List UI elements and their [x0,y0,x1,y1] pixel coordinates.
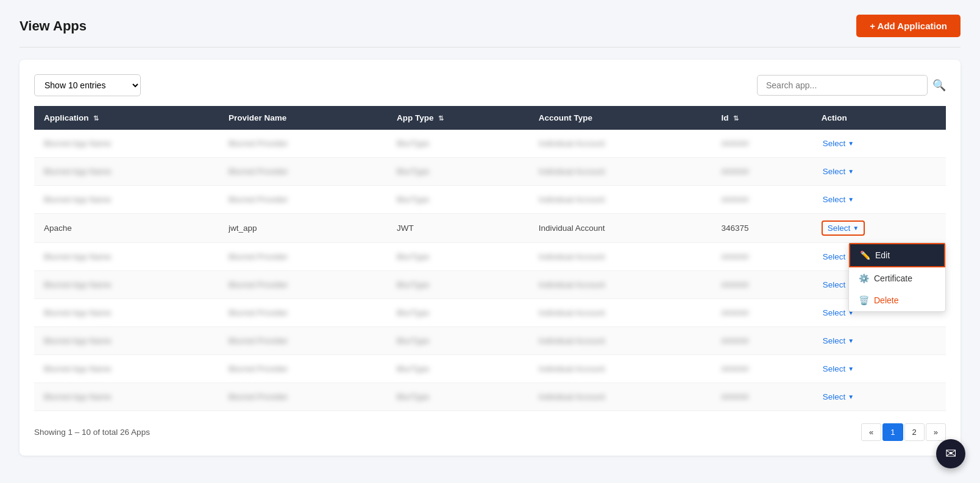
cell-id: ###### [712,355,812,383]
action-dropdown: ✏️ Edit ⚙️ Certificate 🗑️ Delete [848,242,946,312]
cell-id: ###### [712,130,812,158]
add-application-button[interactable]: + Add Application [856,15,960,37]
cell-provider: Blurred Provider [219,158,387,186]
table-row: Apache jwt_app JWT Individual Account 34… [34,214,946,243]
cell-app-type: JWT [387,214,529,243]
cell-application: Blurred App Name [34,299,219,327]
cell-account-type: Individual Account [529,186,712,214]
delete-icon: 🗑️ [859,295,869,305]
pagination-page-1[interactable]: 1 [882,423,903,441]
cell-provider: Blurred Provider [219,383,387,411]
cell-app-type: BlurType [387,383,529,411]
cell-provider: Blurred Provider [219,186,387,214]
cell-application: Blurred App Name [34,383,219,411]
certificate-icon: ⚙️ [859,273,869,283]
pagination: « 1 2 » [861,423,946,441]
select-button-2[interactable]: Select ▼ [822,192,855,206]
table-row: Blurred App Name Blurred Provider BlurTy… [34,355,946,383]
table-row: Blurred App Name Blurred Provider BlurTy… [34,243,946,271]
search-input[interactable] [757,75,928,96]
select-button-3[interactable]: Select ▼ [822,220,865,236]
chat-icon: ✉ [945,446,956,462]
table-row: Blurred App Name Blurred Provider BlurTy… [34,158,946,186]
cell-id: ###### [712,327,812,355]
col-id[interactable]: Id ⇅ [712,106,812,130]
select-button-8[interactable]: Select ▼ [822,362,855,376]
cell-application: Blurred App Name [34,243,219,271]
cell-account-type: Individual Account [529,299,712,327]
showing-text: Showing 1 – 10 of total 26 Apps [34,428,150,437]
certificate-menu-item[interactable]: ⚙️ Certificate [849,267,945,289]
cell-account-type: Individual Account [529,271,712,299]
cell-action: Select ▼ ✏️ Edit ⚙️ Certificate 🗑️ Delet… [812,214,946,243]
cell-application: Blurred App Name [34,130,219,158]
cell-app-type: BlurType [387,299,529,327]
cell-provider: Blurred Provider [219,243,387,271]
table-controls: Show 10 entries Show 25 entries Show 50 … [34,74,946,96]
cell-id: ###### [712,158,812,186]
cell-account-type: Individual Account [529,383,712,411]
cell-id: ###### [712,383,812,411]
cell-provider: Blurred Provider [219,271,387,299]
cell-id: 346375 [712,214,812,243]
table-row: Blurred App Name Blurred Provider BlurTy… [34,271,946,299]
cell-account-type: Individual Account [529,214,712,243]
col-action: Action [812,106,946,130]
cell-provider: jwt_app [219,214,387,243]
page-title: View Apps [20,18,87,34]
pagination-prev[interactable]: « [861,423,881,441]
apps-card: Show 10 entries Show 25 entries Show 50 … [20,60,960,456]
cell-account-type: Individual Account [529,355,712,383]
cell-app-type: BlurType [387,186,529,214]
cell-id: ###### [712,243,812,271]
apps-table: Application ⇅ Provider Name App Type ⇅ A… [34,106,946,411]
cell-application: Apache [34,214,219,243]
table-footer: Showing 1 – 10 of total 26 Apps « 1 2 » [34,423,946,441]
cell-application: Blurred App Name [34,271,219,299]
select-button-0[interactable]: Select ▼ [822,136,855,150]
cell-account-type: Individual Account [529,243,712,271]
show-entries-select[interactable]: Show 10 entries Show 25 entries Show 50 … [34,74,141,96]
select-button-9[interactable]: Select ▼ [822,390,855,404]
search-icon[interactable]: 🔍 [932,79,946,92]
cell-app-type: BlurType [387,158,529,186]
table-header-row: Application ⇅ Provider Name App Type ⇅ A… [34,106,946,130]
table-row: Blurred App Name Blurred Provider BlurTy… [34,186,946,214]
cell-application: Blurred App Name [34,327,219,355]
cell-application: Blurred App Name [34,158,219,186]
edit-icon: ✏️ [860,250,870,260]
cell-app-type: BlurType [387,130,529,158]
cell-provider: Blurred Provider [219,299,387,327]
cell-application: Blurred App Name [34,355,219,383]
select-button-7[interactable]: Select ▼ [822,334,855,348]
table-row: Blurred App Name Blurred Provider BlurTy… [34,327,946,355]
col-provider-name: Provider Name [219,106,387,130]
cell-action: Select ▼ [812,383,946,411]
cell-app-type: BlurType [387,327,529,355]
col-application[interactable]: Application ⇅ [34,106,219,130]
cell-account-type: Individual Account [529,158,712,186]
cell-app-type: BlurType [387,355,529,383]
certificate-label: Certificate [874,273,912,283]
cell-action: Select ▼ [812,327,946,355]
cell-action: Select ▼ [812,186,946,214]
cell-action: Select ▼ [812,355,946,383]
cell-account-type: Individual Account [529,130,712,158]
cell-application: Blurred App Name [34,186,219,214]
cell-provider: Blurred Provider [219,130,387,158]
edit-menu-item[interactable]: ✏️ Edit [849,243,945,267]
col-app-type[interactable]: App Type ⇅ [387,106,529,130]
cell-id: ###### [712,271,812,299]
cell-app-type: BlurType [387,243,529,271]
chat-fab[interactable]: ✉ [936,439,965,468]
pagination-next[interactable]: » [926,423,946,441]
select-button-1[interactable]: Select ▼ [822,164,855,178]
table-row: Blurred App Name Blurred Provider BlurTy… [34,130,946,158]
pagination-page-2[interactable]: 2 [904,423,925,441]
cell-account-type: Individual Account [529,327,712,355]
cell-provider: Blurred Provider [219,327,387,355]
cell-action: Select ▼ [812,130,946,158]
delete-menu-item[interactable]: 🗑️ Delete [849,289,945,311]
cell-id: ###### [712,299,812,327]
cell-app-type: BlurType [387,271,529,299]
